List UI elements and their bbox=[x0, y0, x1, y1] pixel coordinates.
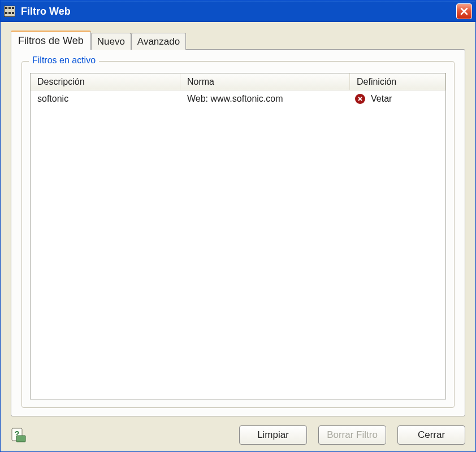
button-row: ? Limpiar Borrar Filtro Cerrar bbox=[11, 425, 465, 445]
column-header-descripcion[interactable]: Descripción bbox=[31, 73, 180, 90]
column-header-definicion[interactable]: Definición bbox=[350, 73, 445, 90]
svg-rect-2 bbox=[16, 436, 25, 442]
tab-nuevo[interactable]: Nuevo bbox=[91, 33, 131, 50]
cell-definicion-text: Vetar bbox=[371, 94, 392, 104]
cell-descripcion: softonic bbox=[31, 93, 180, 105]
tab-panel: Filtros en activo Descripción Norma Defi… bbox=[11, 49, 465, 416]
tabs: Filtros de Web Nuevo Avanzado bbox=[11, 30, 465, 49]
listview-header: Descripción Norma Definición bbox=[31, 73, 445, 90]
groupbox-filtros-activos: Filtros en activo Descripción Norma Defi… bbox=[21, 61, 455, 408]
cell-norma: Web: www.softonic.com bbox=[180, 93, 350, 105]
window-title: Filtro Web bbox=[21, 6, 456, 18]
deny-icon bbox=[355, 94, 365, 104]
tab-avanzado[interactable]: Avanzado bbox=[131, 33, 186, 50]
help-icon: ? bbox=[11, 428, 26, 442]
titlebar[interactable]: Filtro Web bbox=[1, 1, 475, 22]
column-header-norma[interactable]: Norma bbox=[180, 73, 350, 90]
tab-filtros-de-web[interactable]: Filtros de Web bbox=[11, 31, 91, 50]
borrar-filtro-button: Borrar Filtro bbox=[318, 425, 386, 445]
groupbox-label: Filtros en activo bbox=[29, 55, 99, 66]
window-body: Filtros de Web Nuevo Avanzado Filtros en… bbox=[1, 22, 475, 451]
listview-body: softonic Web: www.softonic.com Vetar bbox=[31, 90, 445, 399]
filter-listview[interactable]: Descripción Norma Definición softonic We… bbox=[30, 73, 446, 399]
close-button[interactable] bbox=[456, 3, 472, 19]
cell-definicion: Vetar bbox=[350, 93, 445, 105]
help-button[interactable]: ? bbox=[11, 427, 27, 443]
app-icon bbox=[4, 6, 15, 17]
close-icon bbox=[460, 7, 469, 16]
dialog-window: Filtro Web Filtros de Web Nuevo Avanzado… bbox=[0, 0, 476, 452]
limpiar-button[interactable]: Limpiar bbox=[239, 425, 307, 445]
table-row[interactable]: softonic Web: www.softonic.com Vetar bbox=[31, 90, 445, 107]
cerrar-button[interactable]: Cerrar bbox=[397, 425, 465, 445]
